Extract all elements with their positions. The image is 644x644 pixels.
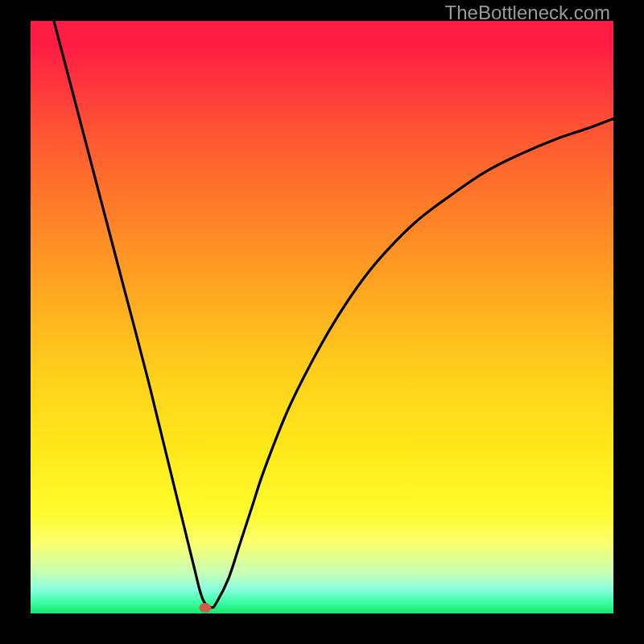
bottleneck-curve: [31, 21, 613, 613]
watermark-text: TheBottleneck.com: [445, 2, 610, 24]
plot-area: [31, 21, 613, 613]
min-point-marker: [200, 603, 212, 613]
chart-frame: TheBottleneck.com: [0, 0, 644, 644]
